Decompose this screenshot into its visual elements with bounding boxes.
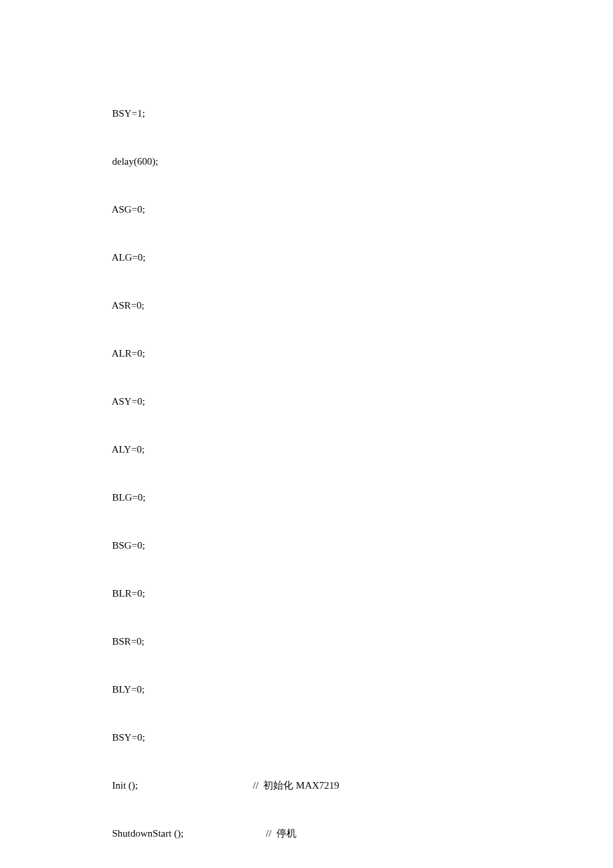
code-line: BSG=0; (95, 537, 340, 553)
code-line: ASG=0; (95, 201, 340, 217)
code-block: BSY=1; delay(600); ASG=0; ALG=0; ASR=0; … (95, 73, 340, 868)
code-line: BLR=0; (95, 585, 340, 601)
code-line: BLY=0; (95, 681, 340, 697)
code-line: BSY=0; (95, 729, 340, 745)
code-line: Init (); // 初始化 MAX7219 (95, 777, 340, 793)
code-line: delay(600); (95, 153, 340, 169)
code-line: ALR=0; (95, 345, 340, 361)
code-line: BSR=0; (95, 633, 340, 649)
code-line: BLG=0; (95, 489, 340, 505)
code-line: ALY=0; (95, 441, 340, 457)
code-line: ASR=0; (95, 297, 340, 313)
code-line: ShutdownStart (); // 停机 (95, 825, 340, 841)
code-line: ASY=0; (95, 393, 340, 409)
code-line: BSY=1; (95, 105, 340, 121)
code-line: ALG=0; (95, 249, 340, 265)
